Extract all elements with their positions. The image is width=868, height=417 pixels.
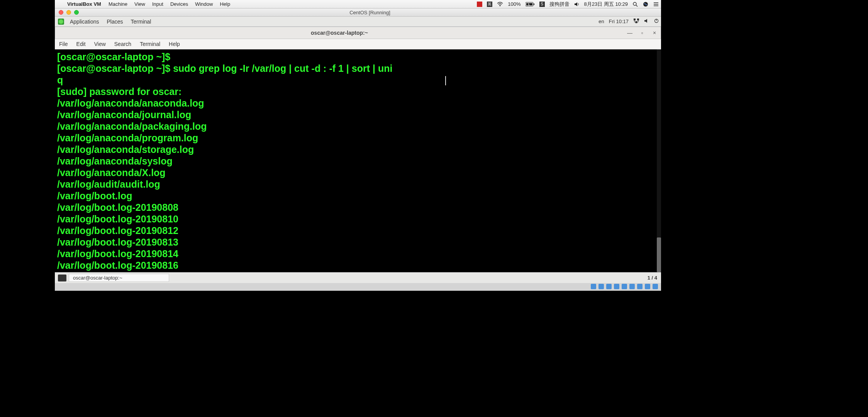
terminal-line: /var/log/audit/audit.log [57, 178, 659, 190]
terminal-menu-help[interactable]: Help [164, 41, 184, 47]
vm-status-icon[interactable] [622, 284, 627, 289]
mac-menubar: VirtualBox VM Machine View Input Devices… [55, 0, 661, 8]
terminal-menu-edit[interactable]: Edit [72, 41, 90, 47]
terminal-menu-search[interactable]: Search [110, 41, 136, 47]
gnome-activities-icon[interactable] [58, 19, 64, 25]
svg-rect-2 [534, 3, 534, 5]
mac-menu-help[interactable]: Help [216, 1, 234, 7]
battery-percent: 100% [505, 1, 523, 7]
terminal-minimize-button[interactable]: — [624, 30, 636, 36]
text-cursor-icon [445, 76, 446, 85]
notification-center-icon[interactable] [651, 2, 661, 7]
svg-rect-11 [637, 19, 639, 20]
power-icon[interactable] [652, 19, 661, 24]
svg-point-4 [633, 2, 636, 5]
terminal-line: /var/log/boot.log-20190810 [57, 213, 659, 225]
workspace-indicator[interactable]: 1 / 4 [644, 275, 661, 281]
spotlight-icon[interactable] [630, 2, 640, 7]
taskbar-terminal-icon[interactable] [58, 275, 66, 281]
terminal-line: /var/log/anaconda/storage.log [57, 144, 659, 155]
terminal-title: oscar@oscar-laptop:~ [55, 30, 624, 36]
terminal-line: /var/log/anaconda/syslog [57, 155, 659, 167]
ime-name[interactable]: 搜狗拼音 [547, 1, 572, 8]
terminal-line: [oscar@oscar-laptop ~]$ [57, 51, 659, 63]
vm-status-icon[interactable] [637, 284, 643, 289]
vm-status-icon[interactable] [614, 284, 619, 289]
vm-status-bar [55, 283, 661, 290]
gnome-terminal-app[interactable]: Terminal [127, 19, 155, 25]
terminal-line: /var/log/anaconda/journal.log [57, 109, 659, 120]
vm-status-icon[interactable] [653, 284, 658, 289]
mac-menu-devices[interactable]: Devices [167, 1, 192, 7]
terminal-line: /var/log/boot.log-20190808 [57, 202, 659, 213]
close-window-button[interactable] [59, 10, 63, 15]
terminal-line: /var/log/boot.log-20190812 [57, 225, 659, 236]
ime-icon[interactable]: 英 [485, 2, 495, 7]
gnome-top-bar: Applications Places Terminal en Fri 10:1… [55, 17, 661, 27]
sound-icon[interactable] [642, 19, 652, 24]
mac-menu-input[interactable]: Input [149, 1, 167, 7]
terminal-line: /var/log/boot.log-20190816 [57, 259, 659, 271]
sogou-icon[interactable]: S [537, 2, 547, 7]
mac-menu-machine[interactable]: Machine [105, 1, 131, 7]
volume-icon[interactable] [572, 2, 582, 7]
vm-window-title: CentOS [Running] [79, 10, 661, 15]
gnome-taskbar: oscar@oscar-laptop:~ 1 / 4 [55, 272, 661, 283]
mac-clock[interactable]: 8月23日 周五 10:29 [582, 1, 630, 8]
terminal-line: [oscar@oscar-laptop ~]$ sudo grep log -I… [57, 63, 659, 74]
terminal-scrollbar-thumb[interactable] [657, 237, 661, 272]
terminal-line: [sudo] password for oscar: [57, 86, 659, 97]
vm-status-icon[interactable] [598, 284, 604, 289]
terminal-line: q [57, 74, 659, 86]
terminal-line: /var/log/boot.log-20190813 [57, 236, 659, 248]
terminal-menu-file[interactable]: File [55, 41, 72, 47]
vm-status-icon[interactable] [645, 284, 650, 289]
terminal-menubar: File Edit View Search Terminal Help [55, 39, 661, 49]
gnome-applications[interactable]: Applications [66, 19, 103, 25]
svg-rect-10 [634, 19, 636, 20]
network-icon[interactable] [631, 18, 642, 25]
terminal-menu-terminal[interactable]: Terminal [136, 41, 164, 47]
terminal-line: /var/log/boot.log [57, 190, 659, 202]
vm-status-icon[interactable] [591, 284, 596, 289]
minimize-window-button[interactable] [66, 10, 71, 15]
svg-point-0 [500, 5, 500, 6]
gnome-clock[interactable]: Fri 10:17 [607, 19, 631, 24]
terminal-close-button[interactable]: × [648, 30, 661, 36]
taskbar-terminal-button[interactable]: oscar@oscar-laptop:~ [69, 274, 169, 282]
traffic-lights [55, 10, 79, 15]
battery-icon[interactable] [523, 2, 537, 7]
terminal-titlebar[interactable]: oscar@oscar-laptop:~ — ▫ × [55, 27, 661, 39]
terminal-line: /var/log/anaconda/anaconda.log [57, 97, 659, 109]
vm-window-titlebar[interactable]: CentOS [Running] [55, 8, 661, 17]
terminal-maximize-button[interactable]: ▫ [636, 30, 648, 36]
status-indicator-icon[interactable] [475, 2, 485, 7]
gnome-places[interactable]: Places [103, 19, 127, 25]
siri-icon[interactable] [640, 1, 651, 7]
vm-status-icon[interactable] [606, 284, 612, 289]
mac-menu-window[interactable]: Window [192, 1, 216, 7]
mac-app-title[interactable]: VirtualBox VM [63, 1, 105, 7]
wifi-icon[interactable] [495, 2, 505, 7]
gnome-lang[interactable]: en [596, 19, 606, 24]
mac-menu-view[interactable]: View [131, 1, 149, 7]
svg-line-5 [636, 5, 637, 7]
terminal-line: /var/log/boot.log-20190814 [57, 248, 659, 259]
terminal-body[interactable]: [oscar@oscar-laptop ~]$ [oscar@oscar-lap… [55, 49, 661, 272]
vm-status-icon[interactable] [629, 284, 635, 289]
vm-window: VirtualBox VM Machine View Input Devices… [55, 0, 661, 291]
terminal-line: /var/log/anaconda/packaging.log [57, 120, 659, 132]
terminal-line: /var/log/anaconda/program.log [57, 132, 659, 144]
zoom-window-button[interactable] [74, 10, 79, 15]
terminal-menu-view[interactable]: View [90, 41, 110, 47]
terminal-line: /var/log/anaconda/X.log [57, 167, 659, 178]
